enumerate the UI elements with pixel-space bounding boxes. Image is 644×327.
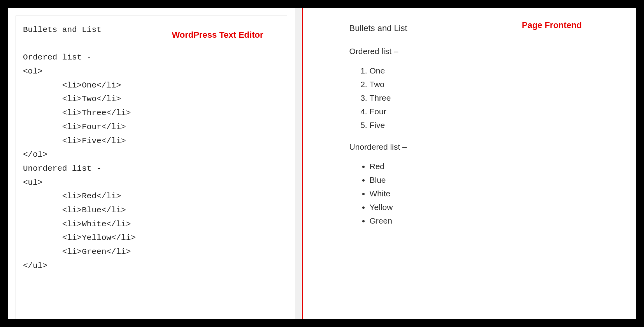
editor-line[interactable]: <li>Red</li> [23,189,280,203]
editor-line[interactable]: <li>Yellow</li> [23,231,280,245]
list-item: White [370,189,621,198]
list-item: Red [370,162,621,171]
unordered-list-label: Unordered list – [349,142,621,152]
editor-panel: Bullets and List Ordered list -<ol> <li>… [8,8,295,319]
editor-content[interactable]: Bullets and List Ordered list -<ol> <li>… [23,23,280,273]
list-item: Two [370,80,621,89]
editor-line[interactable]: <li>Five</li> [23,134,280,148]
unordered-list: RedBlueWhiteYellowGreen [370,162,621,226]
editor-line[interactable]: <li>Blue</li> [23,203,280,217]
editor-line[interactable]: <li>White</li> [23,217,280,231]
list-item: Green [370,216,621,226]
scrollbar[interactable] [295,8,302,319]
list-item: One [370,66,621,75]
editor-line[interactable]: <li>Two</li> [23,92,280,106]
editor-line[interactable]: <li>Four</li> [23,120,280,134]
editor-line[interactable]: Ordered list - [23,51,280,65]
editor-line[interactable]: </ul> [23,259,280,273]
frontend-panel: Page Frontend Bullets and List Ordered l… [303,8,637,319]
ordered-list: OneTwoThreeFourFive [370,66,621,130]
text-editor[interactable]: Bullets and List Ordered list -<ol> <li>… [16,16,287,319]
list-item: Four [370,107,621,116]
editor-line[interactable]: <ol> [23,65,280,79]
list-item: Blue [370,175,621,185]
ordered-list-label: Ordered list – [349,47,621,56]
list-item: Three [370,93,621,103]
editor-line[interactable]: <li>Three</li> [23,106,280,120]
editor-line[interactable]: Unordered list - [23,162,280,176]
list-item: Yellow [370,203,621,212]
editor-line[interactable]: </ol> [23,148,280,162]
frontend-label: Page Frontend [522,20,582,30]
editor-line[interactable]: <ul> [23,176,280,190]
editor-line[interactable]: <li>Green</li> [23,245,280,259]
comparison-container: Bullets and List Ordered list -<ol> <li>… [8,8,636,319]
list-item: Five [370,121,621,130]
editor-line[interactable]: <li>One</li> [23,79,280,93]
editor-label: WordPress Text Editor [172,28,263,42]
